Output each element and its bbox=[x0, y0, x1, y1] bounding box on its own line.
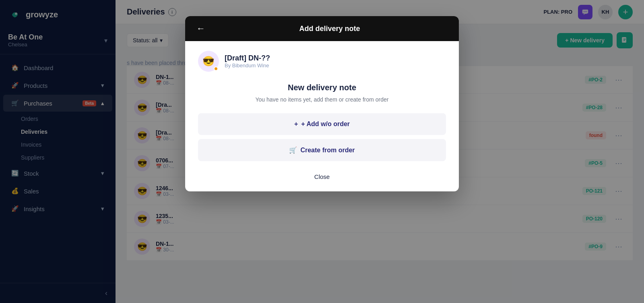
modal-body: 😎 [Draft] DN-?? By Bibendum Wine New del… bbox=[185, 41, 459, 161]
create-from-order-button[interactable]: 🛒 Create from order bbox=[198, 139, 446, 161]
modal-supplier-info: 😎 [Draft] DN-?? By Bibendum Wine bbox=[198, 51, 446, 72]
modal-section-sub: You have no items yet, add them or creat… bbox=[198, 96, 446, 103]
add-without-order-label: + Add w/o order bbox=[301, 120, 350, 128]
plus-icon: + bbox=[294, 120, 298, 128]
modal-close-button[interactable]: Close bbox=[314, 173, 330, 180]
create-from-order-label: Create from order bbox=[300, 147, 355, 154]
supplier-emoji: 😎 bbox=[202, 56, 215, 67]
modal-footer: Close bbox=[185, 165, 459, 191]
modal-supplier-by: By Bibendum Wine bbox=[225, 62, 270, 68]
add-delivery-note-modal: ← Add delivery note 😎 [Draft] DN-?? By B… bbox=[185, 16, 459, 191]
modal-supplier-avatar: 😎 bbox=[198, 51, 219, 72]
modal-header: ← Add delivery note bbox=[185, 16, 459, 41]
add-without-order-button[interactable]: + + Add w/o order bbox=[198, 113, 446, 135]
modal-back-button[interactable]: ← bbox=[196, 24, 205, 33]
modal-section-title: New delivery note bbox=[198, 83, 446, 92]
online-status-dot bbox=[214, 66, 218, 71]
cart-icon: 🛒 bbox=[289, 146, 297, 154]
modal-overlay: ← Add delivery note 😎 [Draft] DN-?? By B… bbox=[0, 0, 644, 303]
modal-supplier-name: [Draft] DN-?? bbox=[225, 54, 270, 62]
modal-title: Add delivery note bbox=[212, 25, 448, 33]
